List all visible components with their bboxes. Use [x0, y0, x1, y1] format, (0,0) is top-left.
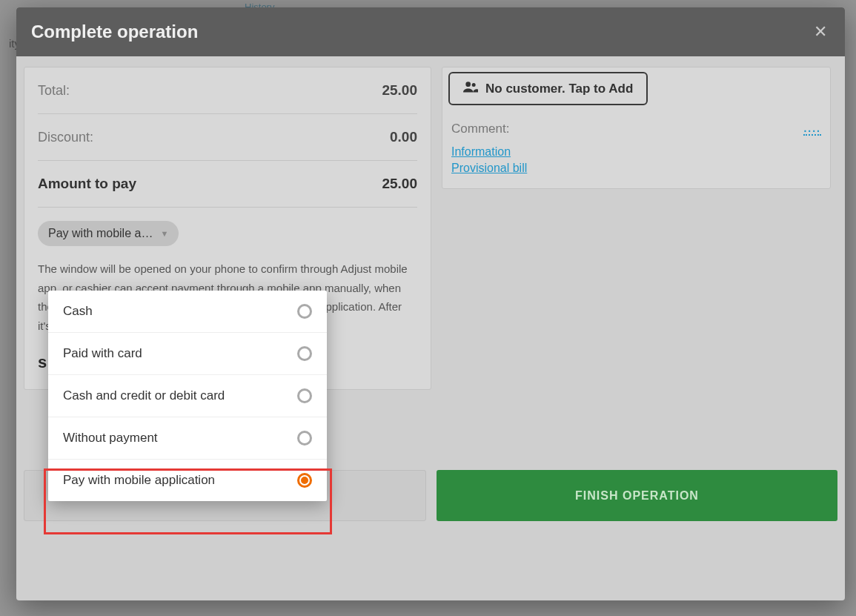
option-cash[interactable]: Cash	[48, 291, 327, 333]
option-label: Cash	[63, 304, 93, 319]
customer-panel: No customer. Tap to Add Comment: .... In…	[442, 67, 831, 189]
radio-icon	[297, 388, 312, 403]
amount-value: 25.00	[382, 176, 417, 192]
payment-method-options: Cash Paid with card Cash and credit or d…	[48, 291, 327, 501]
option-label: Pay with mobile application	[63, 473, 215, 488]
option-paid-with-card[interactable]: Paid with card	[48, 333, 327, 375]
modal-body: Total: 25.00 Discount: 0.00 Amount to pa…	[16, 56, 845, 600]
option-without-payment[interactable]: Without payment	[48, 417, 327, 460]
complete-operation-modal: Complete operation ✕ Total: 25.00 Discou…	[16, 7, 845, 600]
option-label: Without payment	[63, 431, 158, 446]
discount-label: Discount:	[38, 130, 93, 145]
dropdown-selected-label: Pay with mobile a…	[48, 227, 153, 240]
comment-label: Comment:	[451, 122, 509, 136]
option-label: Cash and credit or debit card	[63, 388, 225, 403]
close-icon[interactable]: ✕	[811, 19, 830, 44]
radio-icon	[297, 431, 312, 446]
amount-row: Amount to pay 25.00	[38, 161, 417, 208]
total-value: 25.00	[382, 82, 417, 99]
comment-row: Comment: ....	[448, 122, 824, 136]
add-customer-label: No customer. Tap to Add	[485, 82, 633, 96]
comment-edit-link[interactable]: ....	[803, 122, 821, 136]
discount-row: Discount: 0.00	[38, 114, 417, 161]
svg-point-0	[465, 82, 471, 87]
payment-method-dropdown[interactable]: Pay with mobile a… ▼	[38, 221, 179, 246]
total-row: Total: 25.00	[38, 67, 417, 114]
total-label: Total:	[38, 83, 70, 99]
option-cash-and-card[interactable]: Cash and credit or debit card	[48, 375, 327, 417]
option-label: Paid with card	[63, 346, 142, 361]
option-mobile-application[interactable]: Pay with mobile application	[48, 460, 327, 501]
amount-label: Amount to pay	[38, 176, 136, 192]
modal-header: Complete operation ✕	[16, 7, 845, 56]
provisional-bill-link[interactable]: Provisional bill	[451, 162, 821, 175]
radio-icon	[297, 346, 312, 361]
add-customer-button[interactable]: No customer. Tap to Add	[448, 72, 648, 105]
radio-icon	[297, 304, 312, 319]
discount-value: 0.00	[390, 129, 417, 145]
chevron-down-icon: ▼	[160, 229, 168, 238]
finish-operation-button[interactable]: FINISH OPERATION	[437, 470, 837, 521]
modal-title: Complete operation	[31, 21, 198, 42]
svg-point-1	[472, 83, 476, 87]
people-icon	[463, 81, 478, 96]
links-section: Information Provisional bill	[448, 145, 824, 175]
radio-icon-selected	[297, 473, 312, 488]
information-link[interactable]: Information	[451, 145, 821, 159]
